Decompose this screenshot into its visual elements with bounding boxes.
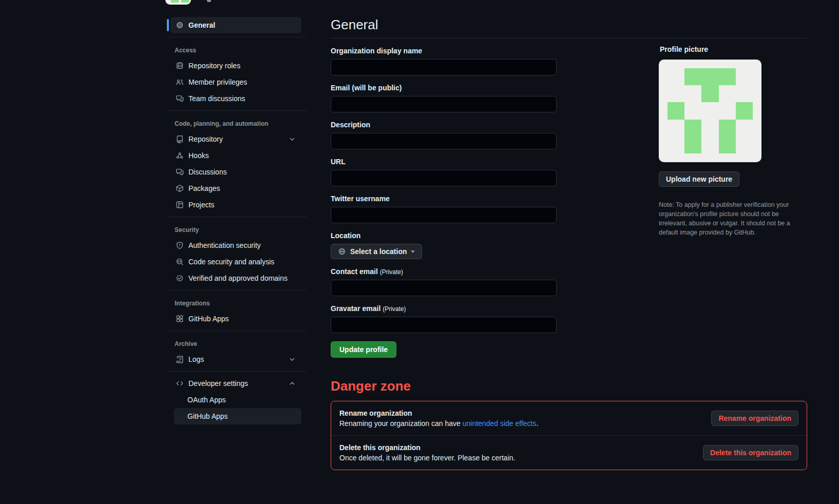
identicon-cell bbox=[668, 137, 684, 153]
url-input[interactable] bbox=[331, 170, 557, 186]
organization-display-name-input[interactable] bbox=[331, 59, 557, 75]
avatar-pixel bbox=[171, 0, 179, 3]
identicon-cell bbox=[684, 68, 701, 85]
sidebar-item-logs[interactable]: Logs bbox=[170, 351, 301, 367]
profile-picture-panel: Profile picture Upload new picture Note:… bbox=[659, 45, 808, 238]
sidebar-item-label: Logs bbox=[188, 355, 204, 363]
chevron-up-icon bbox=[288, 379, 296, 387]
delete-organization-heading: Delete this organization bbox=[339, 443, 515, 452]
chevron-down-icon bbox=[288, 135, 296, 143]
sidebar-item-label: GitHub Apps bbox=[188, 315, 229, 323]
sidebar-item-member-privileges[interactable]: Member privileges bbox=[170, 74, 301, 90]
log-icon bbox=[176, 355, 184, 363]
sidebar-item-label: Repository bbox=[188, 135, 223, 143]
sidebar-item-repository-roles[interactable]: Repository roles bbox=[170, 57, 301, 74]
sidebar-item-developer-settings[interactable]: Developer settings bbox=[170, 375, 301, 392]
sidebar-item-projects[interactable]: Projects bbox=[170, 197, 301, 213]
danger-zone-box: Rename organization Renaming your organi… bbox=[331, 401, 807, 470]
sidebar-item-authentication-security[interactable]: Authentication security bbox=[170, 237, 301, 254]
description-text: . bbox=[536, 419, 538, 428]
sidebar-item-hooks[interactable]: Hooks bbox=[170, 147, 301, 164]
sidebar-subitem-github-apps[interactable]: GitHub Apps bbox=[174, 408, 301, 424]
upload-new-picture-button[interactable]: Upload new picture bbox=[659, 171, 739, 187]
delete-organization-description: Once deleted, it will be gone forever. P… bbox=[339, 454, 515, 462]
identicon-cell bbox=[701, 102, 718, 119]
repo-icon bbox=[176, 135, 184, 143]
identicon-cell bbox=[668, 68, 684, 85]
sidebar-item-label: Member privileges bbox=[188, 78, 247, 86]
email-input[interactable] bbox=[331, 96, 557, 112]
avatar-pixel bbox=[181, 0, 189, 3]
globe-icon bbox=[338, 247, 346, 256]
apps-icon bbox=[176, 315, 184, 323]
identicon-cell bbox=[701, 85, 718, 102]
field-label-description: Description bbox=[331, 121, 557, 129]
sidebar-item-label: GitHub Apps bbox=[187, 412, 228, 420]
sidebar-item-code-security[interactable]: Code security and analysis bbox=[170, 254, 301, 270]
divider bbox=[167, 37, 307, 37]
sidebar-subitem-oauth-apps[interactable]: OAuth Apps bbox=[174, 392, 301, 408]
identicon-cell bbox=[719, 102, 736, 119]
profile-picture-title: Profile picture bbox=[659, 45, 808, 53]
gear-icon bbox=[176, 21, 184, 29]
people-icon bbox=[176, 78, 184, 86]
rename-organization-heading: Rename organization bbox=[339, 409, 538, 417]
sidebar-item-label: General bbox=[188, 21, 215, 29]
contact-email-input[interactable] bbox=[331, 280, 557, 296]
verified-icon bbox=[176, 274, 184, 282]
sidebar-item-packages[interactable]: Packages bbox=[170, 180, 301, 197]
location-select-button[interactable]: Select a location bbox=[331, 244, 422, 259]
org-identicon-grid bbox=[668, 68, 753, 153]
sidebar-item-label: Hooks bbox=[188, 151, 209, 160]
dropdown-caret-icon bbox=[411, 250, 415, 253]
sidebar-item-github-apps[interactable]: GitHub Apps bbox=[170, 311, 301, 327]
identicon-cell bbox=[719, 68, 736, 85]
sidebar-item-label: Code security and analysis bbox=[188, 258, 274, 266]
field-label-contact-email: Contact email (Private) bbox=[331, 267, 557, 276]
sidebar-item-label: Developer settings bbox=[188, 379, 248, 387]
label-text: Contact email bbox=[331, 267, 378, 276]
field-label-url: URL bbox=[331, 158, 557, 166]
update-profile-button[interactable]: Update profile bbox=[331, 341, 396, 358]
org-name-fragment bbox=[207, 0, 211, 2]
sidebar-item-discussions[interactable]: Discussions bbox=[170, 164, 301, 180]
field-label-display-name: Organization display name bbox=[331, 47, 557, 55]
identicon-cell bbox=[736, 120, 753, 137]
identicon-cell bbox=[719, 85, 736, 102]
divider bbox=[167, 290, 307, 290]
rename-organization-button[interactable]: Rename organization bbox=[711, 411, 798, 426]
identicon-cell bbox=[684, 85, 701, 102]
sidebar-item-repository[interactable]: Repository bbox=[170, 131, 301, 147]
sidebar-item-team-discussions[interactable]: Team discussions bbox=[170, 90, 301, 107]
sidebar-item-label: Repository roles bbox=[188, 62, 240, 70]
delete-organization-button[interactable]: Delete this organization bbox=[703, 445, 798, 460]
description-text: Renaming your organization can have bbox=[339, 419, 463, 428]
unintended-side-effects-link[interactable]: unintended side effects bbox=[463, 419, 537, 428]
label-qualifier: (Private) bbox=[383, 305, 406, 313]
description-input[interactable] bbox=[331, 133, 557, 149]
codescan-icon bbox=[176, 258, 184, 266]
org-identicon bbox=[659, 60, 761, 162]
identicon-cell bbox=[668, 120, 684, 137]
sidebar-section-title: Archive bbox=[167, 335, 307, 351]
sidebar-item-general[interactable]: General bbox=[170, 17, 301, 33]
label-text: Gravatar email bbox=[331, 304, 380, 313]
sidebar-item-label: Projects bbox=[188, 201, 215, 209]
gravatar-email-input[interactable] bbox=[331, 317, 557, 333]
comment-discussion-icon bbox=[176, 168, 184, 176]
webhook-icon bbox=[176, 151, 184, 160]
identicon-cell bbox=[668, 102, 684, 119]
rename-organization-description: Renaming your organization can have unin… bbox=[339, 419, 538, 428]
twitter-username-input[interactable] bbox=[331, 207, 557, 223]
page-title: General bbox=[331, 17, 807, 38]
divider bbox=[167, 217, 307, 217]
identicon-cell bbox=[719, 120, 736, 137]
field-label-twitter: Twitter username bbox=[331, 195, 557, 203]
identicon-cell bbox=[736, 68, 753, 85]
table-icon bbox=[176, 201, 184, 209]
field-label-email: Email (will be public) bbox=[331, 84, 557, 92]
identicon-cell bbox=[668, 85, 684, 102]
sidebar-item-label: Packages bbox=[188, 184, 220, 192]
sidebar-item-verified-domains[interactable]: Verified and approved domains bbox=[170, 270, 301, 286]
identicon-cell bbox=[701, 68, 718, 85]
